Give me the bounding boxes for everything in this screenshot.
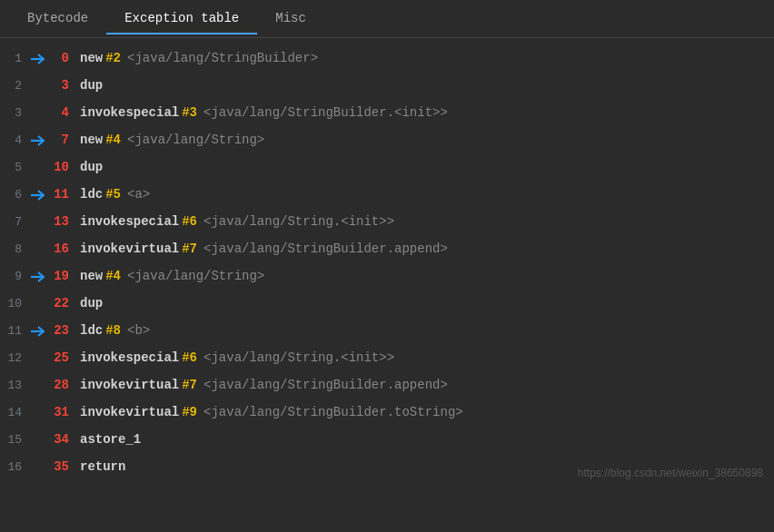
instruction: new: [80, 266, 103, 287]
line-number: 4: [0, 131, 29, 150]
tab-bar: Bytecode Exception table Misc: [0, 0, 774, 38]
constant-ref: #6: [182, 348, 197, 369]
line-number: 15: [0, 430, 29, 449]
line-number: 14: [0, 403, 29, 422]
constant-ref: #6: [182, 212, 197, 232]
bytecode-offset: 34: [49, 429, 74, 450]
bytecode-offset: 35: [49, 457, 74, 478]
constant-ref: #7: [182, 239, 197, 260]
line-number: 16: [0, 458, 29, 477]
instruction: ldc: [80, 320, 103, 341]
bytecode-offset: 3: [49, 75, 74, 96]
instruction: invokespecial: [80, 348, 179, 369]
constant-ref: #9: [182, 402, 197, 423]
tab-misc[interactable]: Misc: [257, 4, 324, 34]
arrow-icon: [29, 271, 49, 283]
line-number: 5: [0, 158, 29, 177]
bytecode-offset: 4: [49, 103, 74, 123]
instruction: ldc: [80, 184, 103, 205]
instruction: invokevirtual: [80, 402, 179, 423]
arrow-icon: [29, 325, 49, 338]
tab-bytecode[interactable]: Bytecode: [9, 4, 106, 34]
comment: <java/lang/StringBuilder.append>: [203, 239, 448, 260]
comment: <java/lang/String>: [127, 266, 264, 287]
line-number: 11: [0, 321, 29, 340]
table-row: 510dup: [0, 154, 774, 182]
instruction: dup: [80, 293, 103, 314]
constant-ref: #5: [105, 184, 121, 205]
instruction: invokespecial: [80, 103, 179, 123]
instruction: dup: [80, 157, 103, 178]
table-row: 1534astore_1: [0, 427, 774, 454]
table-row: 4 7new #4 <java/lang/String>: [0, 127, 774, 154]
line-number: 9: [0, 267, 29, 286]
line-number: 1: [0, 49, 29, 68]
comment: <java/lang/StringBuilder>: [127, 48, 318, 69]
table-row: 1 0new #2 <java/lang/StringBuilder>: [0, 45, 774, 73]
bytecode-offset: 16: [49, 239, 74, 260]
comment: <java/lang/String.<init>>: [203, 212, 394, 232]
app-container: Bytecode Exception table Misc 1 0new #2 …: [0, 0, 774, 488]
table-row: 23dup: [0, 73, 774, 100]
instruction: return: [80, 457, 125, 478]
bytecode-offset: 10: [49, 157, 74, 178]
line-number: 3: [0, 103, 29, 123]
bytecode-offset: 11: [49, 184, 74, 205]
bytecode-offset: 7: [49, 130, 74, 151]
instruction: new: [80, 48, 103, 69]
line-number: 8: [0, 240, 29, 259]
instruction: invokevirtual: [80, 239, 179, 260]
line-number: 10: [0, 294, 29, 313]
line-number: 12: [0, 349, 29, 368]
constant-ref: #7: [182, 375, 197, 396]
table-row: 1225invokespecial #6 <java/lang/String.<…: [0, 345, 774, 372]
constant-ref: #8: [105, 320, 121, 341]
line-number: 7: [0, 212, 29, 232]
constant-ref: #4: [105, 130, 121, 151]
instruction: new: [80, 130, 103, 151]
table-row: 9 19new #4 <java/lang/String>: [0, 263, 774, 291]
table-row: 6 11ldc #5 <a>: [0, 182, 774, 209]
comment: <b>: [127, 320, 150, 341]
instruction: astore_1: [80, 429, 141, 450]
table-row: 11 23ldc #8 <b>: [0, 318, 774, 345]
bytecode-offset: 23: [49, 320, 74, 341]
bytecode-offset: 0: [49, 48, 74, 69]
comment: <java/lang/String.<init>>: [203, 348, 394, 369]
bytecode-offset: 28: [49, 375, 74, 396]
instruction: invokevirtual: [80, 375, 179, 396]
constant-ref: #4: [105, 266, 121, 287]
bytecode-offset: 22: [49, 293, 74, 314]
line-number: 13: [0, 376, 29, 395]
arrow-icon: [29, 189, 49, 202]
watermark: https://blog.csdn.net/weixin_38650898: [578, 467, 763, 479]
table-row: 34invokespecial #3 <java/lang/StringBuil…: [0, 100, 774, 127]
table-row: 1328invokevirtual #7 <java/lang/StringBu…: [0, 372, 774, 399]
bytecode-offset: 13: [49, 212, 74, 232]
arrow-icon: [29, 134, 49, 147]
comment: <java/lang/StringBuilder.<init>>: [203, 103, 448, 123]
table-row: 1431invokevirtual #9 <java/lang/StringBu…: [0, 399, 774, 427]
code-area: 1 0new #2 <java/lang/StringBuilder>23dup…: [0, 38, 774, 488]
tab-exception-table[interactable]: Exception table: [106, 4, 257, 34]
table-row: 1022dup: [0, 291, 774, 318]
comment: <java/lang/StringBuilder.append>: [203, 375, 448, 396]
comment: <java/lang/String>: [127, 130, 264, 151]
bytecode-offset: 31: [49, 402, 74, 423]
comment: <java/lang/StringBuilder.toString>: [203, 402, 463, 423]
comment: <a>: [127, 184, 150, 205]
arrow-icon: [29, 53, 49, 65]
line-number: 6: [0, 185, 29, 204]
constant-ref: #2: [105, 48, 121, 69]
table-row: 816invokevirtual #7 <java/lang/StringBui…: [0, 236, 774, 263]
line-number: 2: [0, 76, 29, 95]
instruction: invokespecial: [80, 212, 179, 232]
constant-ref: #3: [182, 103, 197, 123]
table-row: 713invokespecial #6 <java/lang/String.<i…: [0, 209, 774, 236]
instruction: dup: [80, 75, 103, 96]
bytecode-offset: 19: [49, 266, 74, 287]
bytecode-offset: 25: [49, 348, 74, 369]
